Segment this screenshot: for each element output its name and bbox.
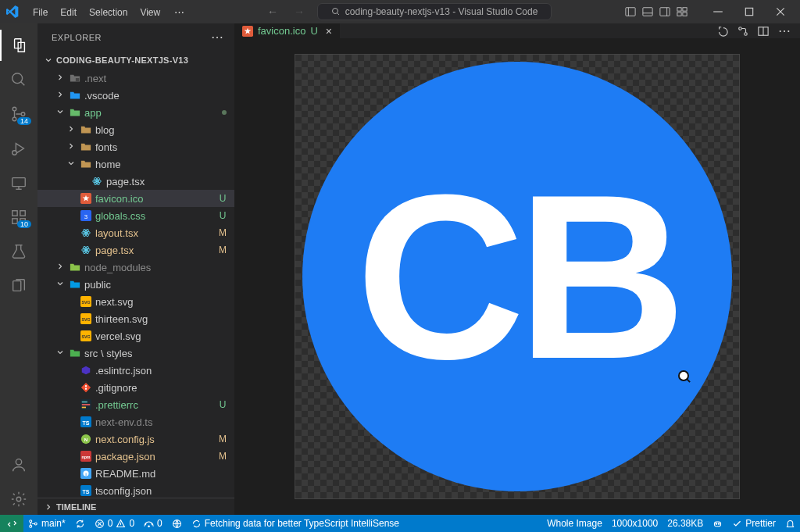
tree-item-readme-md[interactable]: iREADME.md bbox=[38, 465, 234, 482]
tree-label: page.tsx bbox=[95, 245, 214, 256]
compare-icon[interactable] bbox=[738, 26, 748, 37]
tab-overflow[interactable]: ⋯ bbox=[778, 23, 791, 38]
status-prettier[interactable]: Prettier bbox=[727, 518, 780, 529]
tree-item-thirteen-svg[interactable]: SVGthirteen.svg bbox=[38, 310, 234, 327]
status-sync[interactable] bbox=[70, 519, 90, 529]
activity-account[interactable] bbox=[0, 449, 38, 480]
tree-item-page-tsx[interactable]: page.tsx bbox=[38, 173, 234, 190]
tree-item-node-modules[interactable]: node_modules bbox=[38, 259, 234, 276]
window-maximize[interactable] bbox=[736, 0, 762, 23]
tree-item-globals-css[interactable]: 3globals.cssU bbox=[38, 207, 234, 224]
tree-item-home[interactable]: home bbox=[38, 155, 234, 173]
status-dimensions[interactable]: 1000x1000 bbox=[607, 518, 662, 529]
timeline-header[interactable]: TIMELINE bbox=[38, 498, 234, 515]
tab-favicon[interactable]: favicon.ico U × bbox=[234, 23, 341, 38]
menu-edit[interactable]: Edit bbox=[54, 4, 83, 21]
branch-name: main* bbox=[41, 518, 66, 529]
tree-label: blog bbox=[95, 124, 228, 136]
status-notifications[interactable] bbox=[780, 519, 800, 529]
activity-settings[interactable] bbox=[0, 484, 38, 515]
status-filesize[interactable]: 26.38KB bbox=[662, 518, 708, 529]
panel-right-icon[interactable] bbox=[659, 6, 670, 17]
panel-bottom-icon[interactable] bbox=[642, 6, 653, 17]
tree-item-public[interactable]: public bbox=[38, 276, 234, 293]
panel-left-icon[interactable] bbox=[625, 6, 636, 17]
revert-icon[interactable] bbox=[717, 26, 728, 37]
folder-src-icon bbox=[69, 347, 81, 359]
tree-item-fonts[interactable]: fonts bbox=[38, 138, 234, 155]
menu-bar: FileEditSelectionView bbox=[27, 6, 166, 18]
project-header[interactable]: CODING-BEAUTY-NEXTJS-V13 bbox=[38, 51, 234, 70]
tree-item--gitignore[interactable]: .gitignore bbox=[38, 379, 234, 396]
svg-text:SVG: SVG bbox=[81, 300, 90, 305]
activity-references[interactable] bbox=[0, 270, 38, 302]
tab-close-icon[interactable]: × bbox=[326, 25, 332, 37]
activity-source-control[interactable]: 14 bbox=[0, 98, 38, 130]
tree-label: .gitignore bbox=[95, 382, 228, 394]
chevron-down-icon bbox=[66, 159, 77, 170]
menu-overflow[interactable]: ⋯ bbox=[168, 3, 191, 21]
svg-rect-2 bbox=[626, 8, 635, 16]
tree-item-next-env-d-ts[interactable]: TSnext-env.d.ts bbox=[38, 413, 234, 430]
tree-item-next-config-js[interactable]: Nnext.config.jsM bbox=[38, 430, 234, 448]
status-live[interactable] bbox=[167, 519, 187, 529]
tree-item--vscode[interactable]: .vscode bbox=[38, 87, 234, 104]
sidebar-actions[interactable]: ⋯ bbox=[211, 30, 225, 45]
status-zoom[interactable]: Whole Image bbox=[542, 518, 607, 529]
tree-item-tsconfig-json[interactable]: TStsconfig.json bbox=[38, 482, 234, 498]
activity-debug[interactable] bbox=[0, 133, 38, 164]
js-icon: N bbox=[80, 433, 92, 445]
svg-point-75 bbox=[739, 27, 742, 30]
nav-forward-icon[interactable]: → bbox=[291, 4, 308, 20]
tree-item-page-tsx[interactable]: page.tsxM bbox=[38, 241, 234, 259]
menu-view[interactable]: View bbox=[134, 4, 166, 21]
status-copilot[interactable] bbox=[708, 519, 727, 529]
window-minimize[interactable] bbox=[705, 0, 731, 23]
activity-remote[interactable] bbox=[0, 167, 38, 198]
tree-item-blog[interactable]: blog bbox=[38, 121, 234, 138]
svg-point-18 bbox=[12, 107, 16, 111]
tree-item--eslintrc-json[interactable]: .eslintrc.json bbox=[38, 362, 234, 379]
tree-item-favicon-ico[interactable]: favicon.icoU bbox=[38, 190, 234, 207]
tree-item-layout-tsx[interactable]: layout.tsxM bbox=[38, 224, 234, 241]
tree-label: fonts bbox=[95, 141, 228, 153]
tree-item-package-json[interactable]: npmpackage.jsonM bbox=[38, 448, 234, 465]
status-ts-loading[interactable]: Fetching data for better TypeScript Inte… bbox=[187, 518, 404, 529]
tree-label: thirteen.svg bbox=[95, 313, 228, 325]
tree-item--next[interactable]: .next bbox=[38, 70, 234, 87]
menu-file[interactable]: File bbox=[27, 4, 54, 21]
status-branch[interactable]: main* bbox=[23, 518, 70, 529]
tree-item-next-svg[interactable]: SVGnext.svg bbox=[38, 293, 234, 310]
nav-back-icon[interactable]: ← bbox=[264, 4, 281, 20]
activity-bar: 14 10 bbox=[0, 23, 38, 515]
svg-point-35 bbox=[96, 180, 98, 183]
tree-item-app[interactable]: app bbox=[38, 104, 234, 121]
folder-icon bbox=[80, 141, 92, 153]
command-center[interactable]: coding-beauty-nextjs-v13 - Visual Studio… bbox=[317, 3, 552, 20]
layout-custom-icon[interactable] bbox=[677, 6, 688, 17]
prettier-icon bbox=[80, 398, 92, 411]
editor-area: favicon.ico U × ⋯ CB bbox=[234, 23, 800, 515]
svg-point-22 bbox=[12, 151, 17, 155]
status-ports[interactable]: 0 bbox=[139, 518, 167, 529]
tree-label: vercel.svg bbox=[95, 330, 228, 342]
activity-extensions[interactable]: 10 bbox=[0, 202, 38, 233]
tree-label: layout.tsx bbox=[95, 227, 214, 239]
folder-app-icon bbox=[69, 106, 81, 119]
activity-search[interactable] bbox=[0, 64, 38, 95]
status-problems[interactable]: 0 0 bbox=[90, 518, 139, 529]
image-preview[interactable]: CB bbox=[234, 38, 800, 515]
activity-testing[interactable] bbox=[0, 236, 38, 267]
tree-item--prettierrc[interactable]: .prettierrcU bbox=[38, 396, 234, 413]
svg-rect-34 bbox=[76, 78, 79, 81]
tab-label: favicon.ico bbox=[258, 25, 305, 37]
svg-icon: SVG bbox=[80, 295, 92, 308]
menu-selection[interactable]: Selection bbox=[83, 4, 134, 21]
split-editor-icon[interactable] bbox=[758, 26, 769, 37]
activity-explorer[interactable] bbox=[0, 30, 38, 61]
tree-item-src---styles[interactable]: src \ styles bbox=[38, 345, 234, 362]
window-close[interactable] bbox=[767, 0, 794, 23]
remote-indicator[interactable] bbox=[0, 515, 23, 532]
favicon-image: CB bbox=[302, 62, 732, 491]
tree-item-vercel-svg[interactable]: SVGvercel.svg bbox=[38, 327, 234, 345]
